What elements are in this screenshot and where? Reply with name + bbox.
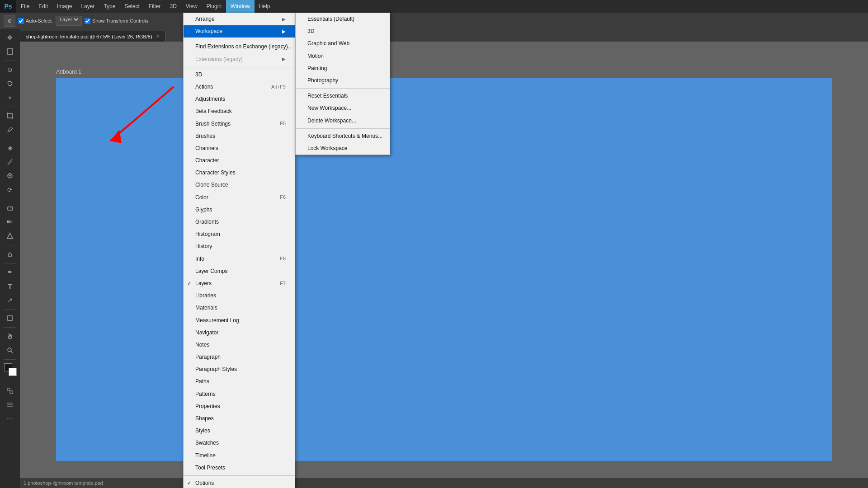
menu-plugin[interactable]: Plugin bbox=[202, 0, 226, 13]
move-tool-btn[interactable]: ⊕ bbox=[4, 15, 15, 27]
menu-styles[interactable]: Styles bbox=[184, 425, 295, 437]
ws-sep-2 bbox=[296, 128, 390, 129]
menu-character[interactable]: Character bbox=[184, 155, 295, 167]
layer-select[interactable]: Layer bbox=[58, 16, 80, 23]
menu-workspace[interactable]: Workspace ▶ bbox=[184, 25, 295, 38]
tool-artboard[interactable] bbox=[2, 45, 18, 58]
menu-measurement-log[interactable]: Measurement Log bbox=[184, 314, 295, 327]
menu-actions[interactable]: Actions Alt+F9 bbox=[184, 81, 295, 93]
auto-select-check[interactable] bbox=[18, 18, 24, 24]
menu-options[interactable]: Options bbox=[184, 477, 295, 488]
tool-lasso[interactable] bbox=[2, 77, 18, 90]
workspace-delete[interactable]: Delete Workspace... bbox=[296, 115, 390, 127]
tool-dodge[interactable] bbox=[2, 247, 18, 261]
menu-shapes[interactable]: Shapes bbox=[184, 413, 295, 425]
tool-extra-2[interactable] bbox=[2, 398, 18, 412]
menu-file[interactable]: File bbox=[16, 0, 34, 13]
menu-layers[interactable]: Layers F7 bbox=[184, 277, 295, 290]
workspace-reset[interactable]: Reset Essentials bbox=[296, 90, 390, 102]
menu-tool-presets[interactable]: Tool Presets bbox=[184, 462, 295, 474]
tool-blur[interactable] bbox=[2, 229, 18, 243]
tool-separator-7 bbox=[4, 309, 16, 310]
auto-select-select[interactable]: Layer bbox=[56, 16, 82, 26]
tool-move[interactable]: ✥ bbox=[2, 31, 18, 44]
auto-select-checkbox[interactable]: Auto-Select: bbox=[18, 18, 53, 24]
menu-find-extensions[interactable]: Find Extensions on Exchange (legacy)... bbox=[184, 41, 295, 53]
menu-swatches[interactable]: Swatches bbox=[184, 437, 295, 449]
workspace-motion[interactable]: Motion bbox=[296, 50, 390, 62]
menu-select[interactable]: Select bbox=[120, 0, 144, 13]
menu-sep-3 bbox=[184, 475, 295, 476]
tool-clone[interactable] bbox=[2, 169, 18, 183]
color-swatches[interactable] bbox=[2, 361, 18, 380]
tool-pen[interactable]: ✒ bbox=[2, 265, 18, 279]
show-transform-checkbox[interactable]: Show Transform Controls bbox=[85, 18, 148, 24]
menu-patterns[interactable]: Patterns bbox=[184, 388, 295, 400]
menu-channels[interactable]: Channels bbox=[184, 142, 295, 155]
show-transform-check[interactable] bbox=[85, 18, 90, 24]
menu-paragraph-styles[interactable]: Paragraph Styles bbox=[184, 363, 295, 375]
menu-properties[interactable]: Properties bbox=[184, 400, 295, 413]
document-tab[interactable]: shop-lightroom template.psd @ 67.5% (Lay… bbox=[20, 31, 165, 42]
menu-character-styles[interactable]: Character Styles bbox=[184, 167, 295, 179]
window-menu: Arrange ▶ Workspace ▶ Find Extensions on… bbox=[183, 13, 295, 488]
menu-info[interactable]: Info F8 bbox=[184, 253, 295, 265]
tool-marquee[interactable]: ⊙ bbox=[2, 63, 18, 76]
menu-filter[interactable]: Filter bbox=[144, 0, 165, 13]
tool-extra-3[interactable]: ⋯ bbox=[2, 412, 18, 426]
menu-paths[interactable]: Paths bbox=[184, 375, 295, 388]
menu-glyphs[interactable]: Glyphs bbox=[184, 204, 295, 216]
menu-help[interactable]: Help bbox=[255, 0, 275, 13]
menu-navigator[interactable]: Navigator bbox=[184, 327, 295, 339]
tool-eraser[interactable] bbox=[2, 201, 18, 215]
tool-zoom[interactable] bbox=[2, 343, 18, 357]
menu-libraries[interactable]: Libraries bbox=[184, 290, 295, 302]
menu-brush-settings[interactable]: Brush Settings F5 bbox=[184, 118, 295, 130]
workspace-new[interactable]: New Workspace... bbox=[296, 102, 390, 114]
workspace-keyboard-shortcuts[interactable]: Keyboard Shortcuts & Menus... bbox=[296, 130, 390, 142]
workspace-photography[interactable]: Photography bbox=[296, 75, 390, 87]
menu-notes[interactable]: Notes bbox=[184, 339, 295, 351]
tool-brush[interactable] bbox=[2, 155, 18, 169]
menu-timeline[interactable]: Timeline bbox=[184, 450, 295, 462]
tool-healing[interactable]: ◈ bbox=[2, 141, 18, 155]
menu-gradients[interactable]: Gradients bbox=[184, 216, 295, 228]
tool-text[interactable]: T bbox=[2, 279, 18, 293]
menu-type[interactable]: Type bbox=[99, 0, 120, 13]
workspace-essentials[interactable]: Essentials (Default) bbox=[296, 13, 390, 25]
tool-crop[interactable] bbox=[2, 109, 18, 122]
menu-arrange[interactable]: Arrange ▶ bbox=[184, 13, 295, 25]
menu-materials[interactable]: Materials bbox=[184, 302, 295, 314]
tool-eyedropper[interactable] bbox=[2, 123, 18, 136]
tool-extra-1[interactable] bbox=[2, 384, 18, 398]
menu-clone-source[interactable]: Clone Source bbox=[184, 179, 295, 191]
menu-histogram[interactable]: Histogram bbox=[184, 228, 295, 240]
tool-shape[interactable] bbox=[2, 311, 18, 325]
menu-view[interactable]: View bbox=[181, 0, 202, 13]
tool-select[interactable]: ⌖ bbox=[2, 91, 18, 104]
workspace-painting[interactable]: Painting bbox=[296, 62, 390, 75]
tool-separator-1 bbox=[4, 61, 16, 61]
menu-color[interactable]: Color F6 bbox=[184, 192, 295, 204]
tool-path-select[interactable]: ↗ bbox=[2, 293, 18, 307]
menu-paragraph[interactable]: Paragraph bbox=[184, 351, 295, 363]
menu-3d[interactable]: 3D bbox=[165, 0, 181, 13]
menu-layer-comps[interactable]: Layer Comps bbox=[184, 265, 295, 277]
menu-layer[interactable]: Layer bbox=[76, 0, 99, 13]
tab-close-btn[interactable]: ✕ bbox=[156, 34, 160, 39]
tool-history-brush[interactable]: ⟳ bbox=[2, 183, 18, 197]
workspace-graphic-web[interactable]: Graphic and Web bbox=[296, 38, 390, 50]
workspace-3d[interactable]: 3D bbox=[296, 25, 390, 38]
tool-hand[interactable] bbox=[2, 329, 18, 343]
menu-brushes[interactable]: Brushes bbox=[184, 130, 295, 142]
menu-adjustments[interactable]: Adjustments bbox=[184, 93, 295, 105]
menu-3d[interactable]: 3D bbox=[184, 69, 295, 81]
menu-edit[interactable]: Edit bbox=[34, 0, 52, 13]
menu-image[interactable]: Image bbox=[52, 0, 76, 13]
background-color[interactable] bbox=[9, 368, 17, 376]
workspace-lock[interactable]: Lock Workspace bbox=[296, 142, 390, 155]
menu-beta-feedback[interactable]: Beta Feedback bbox=[184, 105, 295, 117]
menu-history[interactable]: History bbox=[184, 240, 295, 253]
tool-gradient[interactable] bbox=[2, 215, 18, 229]
menu-window[interactable]: Window bbox=[226, 0, 255, 13]
